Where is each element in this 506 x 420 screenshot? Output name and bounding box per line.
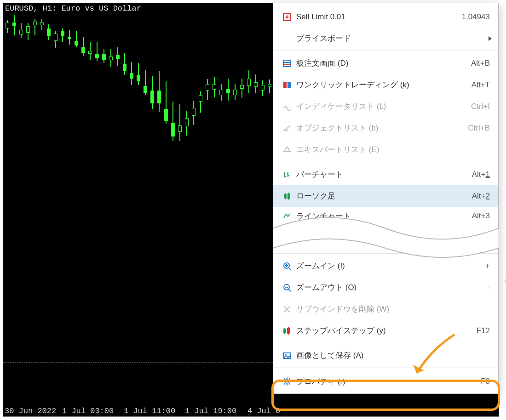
menu-delete-subwindow[interactable]: サブウインドウを削除 (W) xyxy=(273,298,498,320)
expert-icon xyxy=(278,145,296,154)
menu-separator xyxy=(273,162,498,162)
depth-icon xyxy=(278,59,296,68)
chevron-right-icon xyxy=(489,36,492,41)
zoom-out-icon xyxy=(278,283,296,292)
sell-limit-icon xyxy=(278,12,296,22)
svg-rect-4 xyxy=(283,82,287,88)
candlestick-icon xyxy=(278,192,296,201)
menu-depth-of-market[interactable]: 板注文画面 (D) Alt+B xyxy=(273,52,498,74)
menu-shortcut: Ctrl+B xyxy=(468,124,490,133)
menu-label: エキスパートリスト (E) xyxy=(296,144,490,155)
menu-step-by-step[interactable]: ステップバイステップ (y) F12 xyxy=(273,320,498,341)
bar-chart-icon xyxy=(278,170,296,179)
menu-label: ズームイン (I) xyxy=(296,261,485,271)
zoom-in-icon xyxy=(278,261,296,271)
menu-candlestick[interactable]: ローソク足 Alt+2 xyxy=(273,185,498,207)
menu-shortcut: Alt+2 xyxy=(472,192,490,201)
close-icon xyxy=(278,305,296,314)
one-click-icon xyxy=(278,80,296,90)
x-axis-label: 30 Jun 2022 xyxy=(5,407,56,415)
menu-price-board[interactable]: プライスボード xyxy=(273,28,498,49)
step-icon xyxy=(278,326,296,335)
svg-rect-5 xyxy=(288,82,291,88)
menu-shortcut: Alt+B xyxy=(471,59,490,68)
menu-label: ズームアウト (O) xyxy=(296,282,487,293)
menu-bar-chart[interactable]: バーチャート Alt+1 xyxy=(273,164,498,185)
svg-point-23 xyxy=(285,380,289,383)
menu-zoom-in[interactable]: ズームイン (I) + xyxy=(273,255,498,277)
menu-shortcut: F12 xyxy=(477,326,490,335)
x-axis-label: 1 Jul 03:00 xyxy=(62,407,114,415)
indicator-icon xyxy=(278,102,296,111)
menu-label: サブウインドウを削除 (W) xyxy=(296,304,490,314)
x-axis-label: 1 Jul 11:00 xyxy=(124,407,175,415)
menu-label: プライスボード xyxy=(296,33,490,44)
image-icon xyxy=(278,351,296,360)
svg-rect-1 xyxy=(283,60,291,67)
menu-label: インディケータリスト (L) xyxy=(296,101,471,112)
menu-collapsed-section xyxy=(273,225,498,252)
gear-icon xyxy=(278,376,296,386)
menu-shortcut: + xyxy=(485,261,490,271)
menu-shortcut: - xyxy=(487,283,490,292)
menu-indicator-list[interactable]: インディケータリスト (L) Ctrl+I xyxy=(273,96,498,117)
x-axis-label: 1 Jul 19:00 xyxy=(185,407,236,415)
menu-label: ローソク足 xyxy=(296,191,472,201)
menu-label: Sell Limit 0.01 xyxy=(296,12,462,22)
menu-zoom-out[interactable]: ズームアウト (O) - xyxy=(273,277,498,298)
line-chart-icon xyxy=(278,212,296,220)
context-menu: Sell Limit 0.01 1.04943 プライスボード 板注文画面 (D… xyxy=(273,3,499,394)
svg-line-11 xyxy=(288,267,291,270)
menu-label: ワンクリックトレーディング (k) xyxy=(296,79,472,90)
svg-line-15 xyxy=(288,289,291,291)
menu-sell-limit[interactable]: Sell Limit 0.01 1.04943 xyxy=(273,6,498,28)
menu-shortcut: Alt+3 xyxy=(472,211,490,221)
menu-object-list[interactable]: オブジェクトリスト (b) Ctrl+B xyxy=(273,117,498,139)
x-axis-label: 4 Jul 0 xyxy=(247,407,280,415)
object-list-icon xyxy=(278,124,296,133)
menu-shortcut: F8 xyxy=(481,377,490,386)
menu-expert-list[interactable]: エキスパートリスト (E) xyxy=(273,139,498,160)
menu-label: プロパティ (r) xyxy=(296,376,481,387)
menu-label: 板注文画面 (D) xyxy=(296,58,471,68)
menu-label: ステップバイステップ (y) xyxy=(296,325,477,336)
menu-label: ラインチャート xyxy=(296,211,472,221)
menu-save-as-image[interactable]: 画像として保存 (A) xyxy=(273,345,498,366)
menu-properties[interactable]: プロパティ (r) F8 xyxy=(273,369,498,393)
menu-label: オブジェクトリスト (b) xyxy=(296,123,468,133)
menu-shortcut: Ctrl+I xyxy=(471,102,490,111)
menu-separator xyxy=(273,51,498,51)
menu-shortcut: Alt+1 xyxy=(472,170,490,179)
menu-shortcut: Alt+T xyxy=(472,80,490,90)
menu-one-click-trading[interactable]: ワンクリックトレーディング (k) Alt+T xyxy=(273,74,498,96)
menu-separator xyxy=(273,253,498,254)
menu-line-chart[interactable]: ラインチャート Alt+3 xyxy=(273,207,498,225)
menu-separator xyxy=(273,343,498,343)
menu-label: バーチャート xyxy=(296,169,472,180)
menu-label: 画像として保存 (A) xyxy=(296,350,490,361)
menu-price: 1.04943 xyxy=(462,12,490,22)
price-tick-icon: + xyxy=(504,277,506,284)
menu-separator xyxy=(273,368,498,368)
